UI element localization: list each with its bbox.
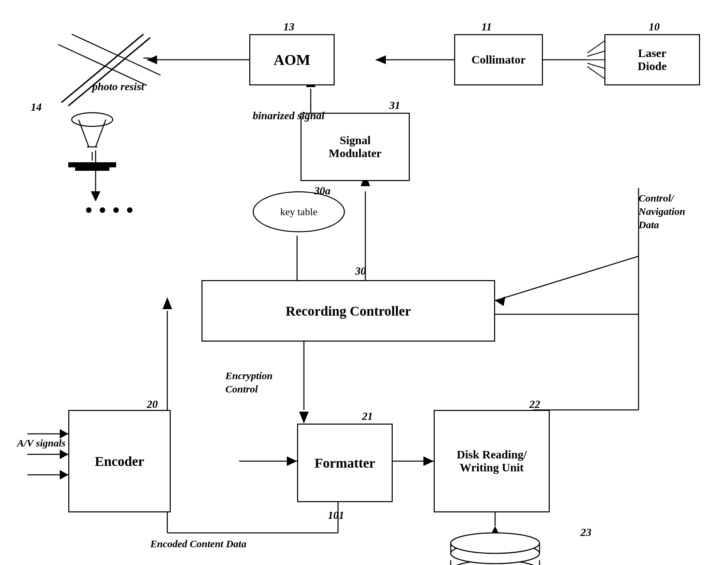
disk-rw-label: Disk Reading/Writing Unit bbox=[457, 448, 527, 474]
svg-point-58 bbox=[127, 207, 132, 213]
formatter-label: Formatter bbox=[314, 455, 375, 471]
svg-line-7 bbox=[587, 51, 604, 56]
svg-point-68 bbox=[451, 533, 540, 553]
formatter-box: Formatter bbox=[297, 424, 393, 502]
key-table-ref: 30a bbox=[314, 184, 331, 197]
svg-line-10 bbox=[587, 67, 604, 79]
diagram: LaserDiode 10 Collimator 11 AOM 13 Signa… bbox=[0, 0, 728, 565]
svg-line-17 bbox=[495, 256, 639, 301]
motion-dots bbox=[82, 205, 150, 215]
collimator-ref: 11 bbox=[481, 20, 492, 33]
encoder-box: Encoder bbox=[68, 410, 171, 512]
svg-line-6 bbox=[587, 41, 604, 53]
svg-marker-25 bbox=[299, 412, 309, 424]
recording-controller-box: Recording Controller bbox=[201, 280, 495, 342]
encryption-control-label: EncryptionControl bbox=[225, 369, 272, 396]
encoder-label: Encoder bbox=[95, 453, 144, 469]
svg-marker-18 bbox=[495, 297, 505, 306]
recording-controller-label: Recording Controller bbox=[286, 303, 411, 319]
signal-modulater-box: SignalModulater bbox=[300, 113, 410, 181]
signal-modulater-ref: 31 bbox=[389, 99, 400, 112]
lens-assembly bbox=[58, 102, 126, 188]
aom-ref: 13 bbox=[283, 20, 294, 33]
disk-stack bbox=[447, 526, 543, 565]
collimator-box: Collimator bbox=[454, 34, 543, 85]
svg-marker-43 bbox=[60, 450, 68, 459]
svg-marker-4 bbox=[376, 55, 386, 64]
svg-marker-27 bbox=[287, 456, 297, 466]
key-table-oval: key table bbox=[253, 191, 345, 232]
collimator-label: Collimator bbox=[472, 53, 526, 66]
ref-23: 23 bbox=[580, 526, 591, 539]
svg-marker-29 bbox=[423, 456, 434, 466]
control-navigation-label: Control/NavigationData bbox=[639, 191, 685, 231]
laser-diode-label: LaserDiode bbox=[638, 47, 667, 73]
recording-controller-ref: 30 bbox=[355, 265, 366, 277]
svg-point-56 bbox=[100, 207, 105, 213]
binarized-signal-label: binarized signal bbox=[253, 109, 325, 122]
svg-line-9 bbox=[587, 63, 604, 68]
svg-marker-23 bbox=[163, 297, 172, 309]
svg-line-69 bbox=[61, 34, 143, 102]
svg-point-48 bbox=[72, 113, 113, 126]
svg-point-57 bbox=[113, 207, 119, 213]
svg-rect-53 bbox=[75, 167, 109, 171]
svg-point-55 bbox=[86, 207, 92, 213]
svg-line-49 bbox=[79, 120, 89, 147]
svg-marker-39 bbox=[91, 191, 100, 202]
laser-diode-ref: 10 bbox=[649, 20, 660, 33]
aom-label: AOM bbox=[274, 51, 310, 69]
ref-101: 101 bbox=[328, 509, 344, 522]
svg-line-50 bbox=[96, 120, 106, 147]
disk-rw-box: Disk Reading/Writing Unit bbox=[434, 410, 550, 512]
aom-box: AOM bbox=[249, 34, 335, 85]
laser-diode-box: LaserDiode bbox=[604, 34, 700, 85]
svg-rect-52 bbox=[68, 162, 116, 167]
disk-rw-ref: 22 bbox=[529, 398, 540, 411]
key-table-label: key table bbox=[280, 206, 317, 218]
signal-modulater-label: SignalModulater bbox=[329, 134, 382, 160]
encoded-content-data-label: Encoded Content Data bbox=[150, 538, 247, 550]
av-signals-label: A/V signals bbox=[17, 437, 66, 449]
encoder-ref: 20 bbox=[147, 398, 158, 411]
mirror-assembly bbox=[34, 27, 154, 113]
formatter-ref: 21 bbox=[362, 410, 373, 423]
svg-marker-45 bbox=[60, 470, 68, 480]
svg-line-70 bbox=[68, 38, 150, 106]
